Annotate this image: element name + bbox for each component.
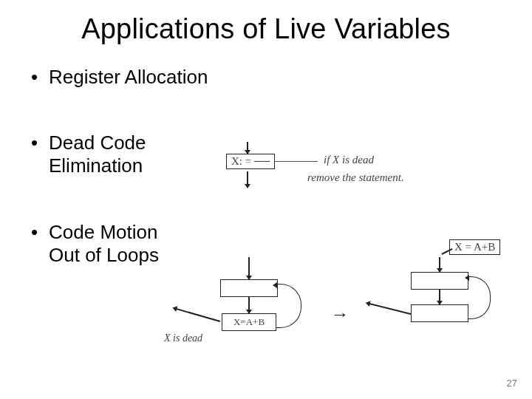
empty-block bbox=[220, 279, 278, 297]
hoisted-stmt-box: X = A+B bbox=[449, 239, 500, 255]
arrow-down-icon bbox=[248, 297, 250, 313]
note-remove-stmt: remove the statement. bbox=[307, 171, 404, 184]
arrow-down-icon bbox=[439, 257, 440, 272]
bullet-text: Code Motion Out of Loops bbox=[49, 221, 159, 267]
x-is-dead-label: X is dead bbox=[164, 332, 202, 344]
bullet-line2: Elimination bbox=[49, 154, 143, 177]
page-number: 27 bbox=[507, 378, 517, 389]
transform-arrow-icon: → bbox=[331, 304, 349, 324]
exit-arrow-icon bbox=[369, 303, 412, 314]
bullet-register-allocation: Register Allocation bbox=[30, 66, 502, 89]
back-edge-icon bbox=[276, 284, 301, 328]
statement-box: X: = ── bbox=[226, 154, 275, 169]
dead-code-diagram: X: = ── if X is dead remove the statemen… bbox=[198, 142, 516, 208]
note-if-dead: if X is dead bbox=[324, 154, 374, 166]
flowgraph-before: X=A+B X is dead bbox=[168, 251, 324, 362]
arrow-down-icon bbox=[248, 257, 250, 279]
bullet-text: Register Allocation bbox=[49, 66, 208, 88]
slide-title: Applications of Live Variables bbox=[30, 13, 502, 45]
slide: Applications of Live Variables Register … bbox=[0, 0, 532, 399]
code-motion-diagram: X=A+B X is dead → X = A+B bbox=[168, 251, 523, 362]
arrow-out-icon bbox=[247, 171, 248, 188]
bullet-text: Dead Code Elimination bbox=[49, 132, 146, 177]
back-edge-icon bbox=[468, 276, 491, 319]
loop-body-block: X=A+B bbox=[222, 313, 276, 331]
empty-block bbox=[411, 304, 468, 322]
exit-arrow-icon bbox=[176, 308, 220, 322]
flowgraph-after: X = A+B bbox=[368, 239, 523, 365]
empty-block bbox=[411, 272, 468, 290]
bullet-line1: Dead Code bbox=[49, 132, 146, 154]
bullet-line2: Out of Loops bbox=[49, 244, 159, 266]
leader-line-icon bbox=[275, 161, 318, 162]
bullet-line1: Code Motion bbox=[49, 221, 157, 243]
arrow-in-icon bbox=[247, 142, 248, 154]
arrow-down-icon bbox=[439, 290, 440, 304]
